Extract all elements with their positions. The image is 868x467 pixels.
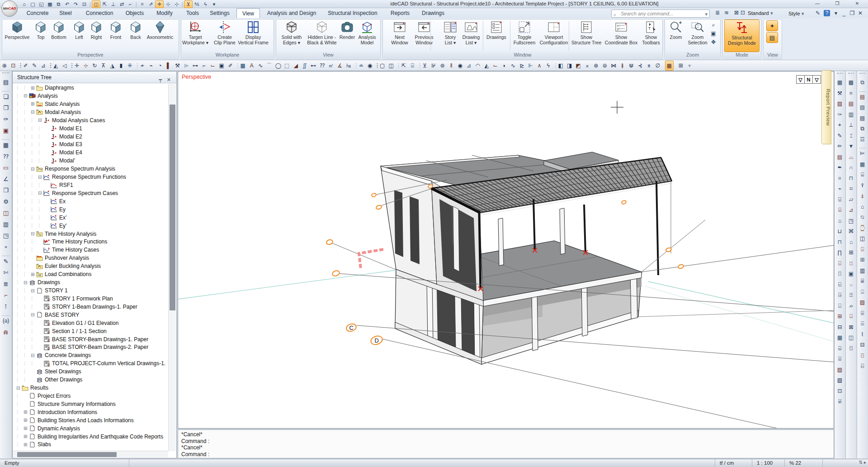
tree-item-modal-analysis-cases[interactable]: ┆┆┆⊟Modal Analysis Cases bbox=[13, 116, 105, 124]
rcol2-icon-11[interactable]: ▱ bbox=[846, 195, 856, 205]
left-toolbar-icon-0[interactable]: ▤ bbox=[0, 77, 12, 88]
rcol2-icon-8[interactable]: ∩ bbox=[846, 162, 856, 173]
rcol3-icon-17[interactable]: ⌻ bbox=[857, 244, 868, 255]
left-toolbar-icon-7[interactable]: ▦ bbox=[0, 140, 12, 151]
undo-icon[interactable]: ↶ bbox=[63, 1, 71, 8]
rcol2-icon-20[interactable]: ⍰ bbox=[846, 290, 856, 301]
rcol3-icon-10[interactable]: ⌸ bbox=[857, 170, 868, 181]
tree-item-modal[interactable]: ┆┆┆┆Modal' bbox=[13, 157, 75, 165]
tree-expander[interactable]: ⊞ bbox=[31, 272, 36, 277]
rcol1-icon-8[interactable]: ✒ bbox=[835, 162, 845, 173]
ribbon-button-back[interactable]: Back bbox=[127, 19, 144, 52]
rcol3-icon-20[interactable]: ⍯ bbox=[857, 276, 868, 287]
ribbon-button-analysis-model[interactable]: Analysis Model bbox=[356, 19, 378, 52]
tree-item-dynamic-analysis[interactable]: ┆⊞Dynamic Analysis bbox=[13, 424, 80, 433]
left-toolbar-icon-14[interactable]: ▥ bbox=[0, 219, 12, 230]
rcol2-icon-16[interactable]: ⊞ bbox=[846, 248, 856, 258]
rcol2-icon-21[interactable]: ⌮ bbox=[846, 301, 856, 312]
tree-item-modal-e3[interactable]: ┆┆┆┆Modal E3 bbox=[13, 140, 82, 148]
toolbar-icon-47[interactable]: ▢ bbox=[378, 61, 387, 70]
ribbon-button-bottom[interactable]: Bottom bbox=[48, 19, 69, 52]
tree-item-steel-drawings[interactable]: ┆┆Steel Drawings bbox=[13, 367, 81, 376]
rcol2-icon-15[interactable]: ⌂ bbox=[846, 237, 856, 248]
menu-tab-settings[interactable]: Settings bbox=[207, 8, 233, 18]
tree-item-drawings[interactable]: ┆⊟Drawings bbox=[13, 278, 60, 286]
left-toolbar-icon-20[interactable]: ≣ bbox=[0, 279, 12, 290]
left-toolbar-icon-25[interactable]: ⋒ bbox=[0, 327, 12, 338]
toolbar-icon-71[interactable]: ◩ bbox=[574, 61, 583, 70]
toolbar-icon-27[interactable]: ▣ bbox=[217, 61, 226, 70]
toolbar-icon-20[interactable]: ◔ bbox=[156, 61, 165, 70]
view-toggle-icon-1[interactable]: ▤ bbox=[766, 32, 778, 43]
rcol1-icon-24[interactable]: ▦ bbox=[835, 333, 845, 343]
tree-item-total-project-column-vertical-drawings-1[interactable]: ┆┆┆TOTAL PROJECT-Column Vertical Drawing… bbox=[13, 359, 165, 367]
toolbar-icon-44[interactable]: ≐ bbox=[357, 61, 366, 70]
nav-cube-icon-2[interactable]: ▽ bbox=[812, 75, 821, 84]
rcol1-icon-10[interactable]: ⌁ bbox=[835, 184, 845, 195]
rcol3-icon-21[interactable]: ⌺ bbox=[857, 287, 868, 298]
rcol1-icon-17[interactable]: ⌻ bbox=[835, 258, 845, 269]
rcol2-icon-10[interactable]: ⌑ bbox=[846, 184, 856, 195]
ribbon-button-zoom[interactable]: Zoom bbox=[667, 19, 685, 52]
tree-expander[interactable]: ⊞ bbox=[31, 101, 36, 106]
rcol3-icon-28[interactable]: ⍇ bbox=[857, 361, 868, 372]
ribbon-button-viewport-configuration[interactable]: Viewport Configuration bbox=[538, 19, 570, 52]
child-minimize-icon[interactable]: _ bbox=[840, 10, 848, 16]
rcol2-icon-1[interactable]: ⌗ bbox=[846, 88, 856, 99]
grid-snap-icon[interactable]: ⌗ bbox=[138, 1, 146, 8]
rcol2-icon-6[interactable]: ▼ bbox=[846, 141, 856, 152]
left-toolbar-icon-3[interactable]: ❐ bbox=[0, 103, 12, 114]
tree-item-introduction-informations[interactable]: ┆⊞Introduction Informations bbox=[13, 408, 97, 416]
rcol1-icon-16[interactable]: ∏ bbox=[835, 248, 845, 258]
as-label-icon[interactable]: ⅍ bbox=[193, 1, 201, 8]
rcol2-icon-3[interactable]: ▥ bbox=[846, 110, 856, 120]
tree-item-base-story[interactable]: ┆┆⊟BASE STORY bbox=[13, 311, 79, 319]
toolbar-icon-41[interactable]: ∡ bbox=[335, 61, 344, 70]
tree-expander[interactable]: ⊟ bbox=[31, 288, 36, 293]
toolbar-icon-48[interactable]: ◫ bbox=[387, 61, 396, 70]
minimize-button[interactable]: — bbox=[807, 0, 827, 7]
tree-expander[interactable]: ⊟ bbox=[31, 231, 36, 236]
toolbar-icon-45[interactable]: ◉ bbox=[366, 61, 375, 70]
tree-item-ex[interactable]: ┆┆┆┆Ex bbox=[13, 197, 66, 205]
toolbar-icon-11[interactable]: ⊹ bbox=[81, 61, 90, 70]
rcol3-icon-16[interactable]: ◫ bbox=[857, 234, 868, 244]
rcol1-icon-19[interactable]: ⍇ bbox=[835, 280, 845, 291]
menu-tab-steel[interactable]: Steel bbox=[56, 8, 75, 18]
left-toolbar-icon-19[interactable]: ✄ bbox=[0, 267, 12, 279]
tree-expander[interactable]: ⊞ bbox=[24, 410, 29, 415]
rcol1-icon-22[interactable]: ⊞ bbox=[835, 311, 845, 322]
rcol2-icon-18[interactable]: ▣ bbox=[846, 269, 856, 280]
tree-item-static-analysis[interactable]: ┆┆⊞Static Analysis bbox=[13, 100, 80, 108]
tree-expander[interactable]: ⊞ bbox=[31, 86, 36, 91]
rcol1-icon-21[interactable]: ⌺ bbox=[835, 301, 845, 312]
ribbon-button-solid-with-edges[interactable]: Solid with Edges ▾ bbox=[278, 19, 305, 52]
toolbar-icon-24[interactable]: ⊶ bbox=[191, 61, 200, 70]
rcol3-icon-12[interactable]: ⍋ bbox=[857, 191, 868, 202]
search-input[interactable]: ⌕Search any command...▾ bbox=[611, 10, 710, 18]
view-toggle-icon-0[interactable]: ✦ bbox=[766, 20, 778, 31]
tree-item-time-history-cases[interactable]: ┆┆┆Time History Cases bbox=[13, 246, 99, 254]
tree-item-load-combinations[interactable]: ┆┆⊞Load Combinations bbox=[13, 270, 91, 278]
ribbon-button-render[interactable]: Render bbox=[337, 19, 358, 52]
rcol2-icon-2[interactable]: ▤ bbox=[846, 99, 856, 110]
ribbon-button-right[interactable]: Right bbox=[88, 19, 105, 52]
rcol2-icon-17[interactable]: ⍞ bbox=[846, 258, 856, 269]
rcol2-icon-24[interactable]: ◫ bbox=[846, 333, 856, 343]
rcol2-icon-25[interactable]: ⌼ bbox=[846, 343, 856, 354]
rcol2-icon-23[interactable]: ⊠ bbox=[846, 322, 856, 333]
tree-item-modal-e2[interactable]: ┆┆┆┆Modal E2 bbox=[13, 133, 82, 141]
toolbar-icon-79[interactable]: ⌆ bbox=[645, 61, 654, 70]
left-toolbar-icon-11[interactable]: ❒ bbox=[0, 185, 12, 196]
toolbar-icon-39[interactable]: ⁇ bbox=[318, 61, 327, 70]
tree-item-other-drawings[interactable]: ┆┆Other Drawings bbox=[13, 376, 82, 384]
tree-item-analysis[interactable]: ┆⊟Analysis bbox=[13, 92, 58, 100]
tree-item-slabs[interactable]: ┆⊞Slabs bbox=[13, 440, 51, 448]
toolbar-icon-53[interactable]: ⊻ bbox=[420, 61, 429, 70]
left-toolbar-icon-2[interactable]: ❏ bbox=[0, 91, 12, 103]
toolbar-icon-22[interactable]: ⚒ bbox=[173, 61, 182, 70]
toolbar-icon-55[interactable]: ⊚ bbox=[438, 61, 447, 70]
toolbar-icon-32[interactable]: ∿ bbox=[256, 61, 265, 70]
layer-list-icon[interactable]: ≣ bbox=[713, 10, 722, 16]
rcol1-icon-4[interactable]: ⌖ bbox=[835, 120, 845, 131]
